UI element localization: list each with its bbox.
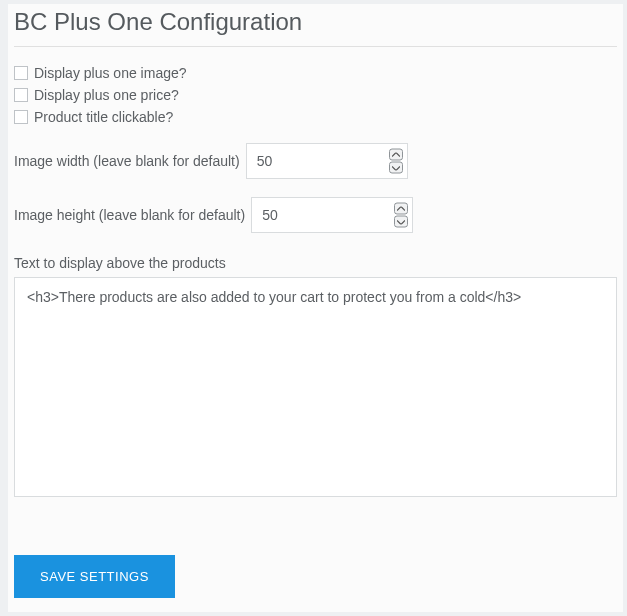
height-spinner [394, 203, 408, 228]
divider [14, 46, 617, 47]
chevron-up-icon [392, 152, 400, 157]
text-above-label: Text to display above the products [14, 255, 617, 271]
height-step-down[interactable] [394, 216, 408, 228]
chevron-down-icon [397, 219, 405, 224]
width-step-down[interactable] [389, 162, 403, 174]
image-width-label: Image width (leave blank for default) [14, 153, 240, 169]
text-above-textarea[interactable] [14, 277, 617, 497]
config-panel: BC Plus One Configuration Display plus o… [8, 4, 623, 612]
image-width-row: Image width (leave blank for default) [14, 143, 617, 179]
save-settings-button[interactable]: SAVE SETTINGS [14, 555, 175, 598]
checkbox-label: Display plus one image? [34, 65, 187, 81]
chevron-down-icon [392, 165, 400, 170]
height-step-up[interactable] [394, 203, 408, 215]
checkbox-row-title-clickable: Product title clickable? [14, 109, 617, 125]
checkbox-label: Display plus one price? [34, 87, 179, 103]
checkbox-row-display-price: Display plus one price? [14, 87, 617, 103]
image-height-input[interactable] [252, 199, 382, 231]
width-step-up[interactable] [389, 149, 403, 161]
chevron-up-icon [397, 206, 405, 211]
checkbox-row-display-image: Display plus one image? [14, 65, 617, 81]
image-width-input-wrap [246, 143, 408, 179]
image-width-input[interactable] [247, 145, 377, 177]
checkbox-title-clickable[interactable] [14, 110, 28, 124]
image-height-row: Image height (leave blank for default) [14, 197, 617, 233]
checkbox-display-image[interactable] [14, 66, 28, 80]
image-height-input-wrap [251, 197, 413, 233]
width-spinner [389, 149, 403, 174]
form-content: Display plus one image? Display plus one… [8, 65, 623, 501]
image-height-label: Image height (leave blank for default) [14, 207, 245, 223]
page-title: BC Plus One Configuration [8, 4, 623, 46]
checkbox-display-price[interactable] [14, 88, 28, 102]
checkbox-label: Product title clickable? [34, 109, 173, 125]
